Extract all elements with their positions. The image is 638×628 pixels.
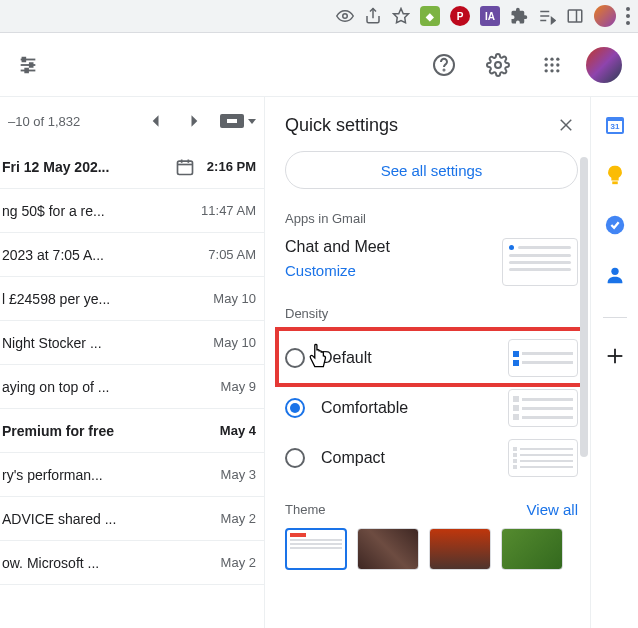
svg-point-23 [545, 69, 548, 72]
side-app-rail: 31 [590, 97, 638, 628]
theme-thumb-3[interactable] [429, 528, 491, 570]
gmail-header [0, 33, 638, 97]
display-settings-icon[interactable] [16, 53, 40, 77]
eye-icon[interactable] [336, 7, 354, 25]
svg-rect-11 [23, 57, 26, 61]
add-app-icon[interactable] [603, 344, 627, 368]
email-date: May 2 [221, 511, 256, 526]
input-method-button[interactable] [220, 114, 256, 128]
prev-page-button[interactable] [140, 106, 170, 136]
list-header: –10 of 1,832 [0, 97, 264, 145]
svg-point-15 [444, 69, 445, 70]
extension-shield-icon[interactable]: ◆ [420, 6, 440, 26]
chat-meet-title: Chat and Meet [285, 238, 492, 256]
profile-avatar-small[interactable] [594, 5, 616, 27]
svg-point-19 [556, 57, 559, 60]
density-preview-comfortable [508, 389, 578, 427]
density-preview-compact [508, 439, 578, 477]
email-date: May 10 [213, 291, 256, 306]
extensions-puzzle-icon[interactable] [510, 7, 528, 25]
email-row[interactable]: Night Stocker ...May 10 [0, 321, 264, 365]
pinterest-icon[interactable]: P [450, 6, 470, 26]
email-date: May 3 [221, 467, 256, 482]
density-option-default[interactable]: Default [285, 333, 578, 383]
date-picker-icon[interactable] [175, 157, 195, 177]
tasks-app-icon[interactable] [603, 213, 627, 237]
apps-grid-icon[interactable] [532, 45, 572, 85]
email-row[interactable]: aying on top of ...May 9 [0, 365, 264, 409]
svg-point-16 [495, 62, 501, 68]
close-icon[interactable] [554, 113, 578, 137]
email-subject: ry's performan... [2, 467, 221, 483]
svg-point-18 [550, 57, 553, 60]
svg-point-21 [550, 63, 553, 66]
theme-thumb-4[interactable] [501, 528, 563, 570]
pager-count: –10 of 1,832 [8, 114, 130, 129]
email-row[interactable]: 2023 at 7:05 A...7:05 AM [0, 233, 264, 277]
svg-rect-36 [612, 181, 618, 184]
help-icon[interactable] [424, 45, 464, 85]
theme-view-all-link[interactable]: View all [527, 501, 578, 518]
avatar[interactable] [586, 47, 622, 83]
density-label-comfortable: Comfortable [321, 399, 492, 417]
email-row[interactable]: Fri 12 May 202...2:16 PM [0, 145, 264, 189]
svg-point-24 [550, 69, 553, 72]
main-content: –10 of 1,832 Fri 12 May 202...2:16 PMng … [0, 97, 638, 628]
email-row[interactable]: l £24598 per ye...May 10 [0, 277, 264, 321]
email-date: 11:47 AM [201, 203, 256, 218]
email-date: May 10 [213, 335, 256, 350]
browser-menu-icon[interactable] [626, 7, 630, 25]
density-option-compact[interactable]: Compact [285, 433, 578, 483]
svg-point-22 [556, 63, 559, 66]
next-page-button[interactable] [180, 106, 210, 136]
email-row[interactable]: ADVICE shared ...May 2 [0, 497, 264, 541]
music-queue-icon[interactable] [538, 7, 556, 25]
keep-app-icon[interactable] [603, 163, 627, 187]
email-subject: l £24598 per ye... [2, 291, 213, 307]
density-section-label: Density [285, 306, 578, 321]
chat-meet-section: Chat and Meet Customize [285, 238, 578, 286]
email-subject: Fri 12 May 202... [2, 159, 175, 175]
density-option-comfortable[interactable]: Comfortable [285, 383, 578, 433]
star-icon[interactable] [392, 7, 410, 25]
density-preview-default [508, 339, 578, 377]
email-subject: Night Stocker ... [2, 335, 213, 351]
svg-point-38 [611, 268, 618, 275]
email-row[interactable]: ry's performan...May 3 [0, 453, 264, 497]
email-date: May 4 [220, 423, 256, 438]
email-subject: aying on top of ... [2, 379, 221, 395]
theme-thumbnails [285, 528, 578, 570]
email-subject: ng 50$ for a re... [2, 203, 201, 219]
svg-marker-1 [394, 9, 409, 23]
email-row[interactable]: Premium for freeMay 4 [0, 409, 264, 453]
svg-point-17 [545, 57, 548, 60]
theme-section-label: Theme [285, 502, 325, 517]
email-row[interactable]: ng 50$ for a re...11:47 AM [0, 189, 264, 233]
chat-meet-preview [502, 238, 578, 286]
theme-thumb-2[interactable] [357, 528, 419, 570]
see-all-settings-button[interactable]: See all settings [285, 151, 578, 189]
svg-marker-5 [552, 18, 556, 24]
theme-thumb-default[interactable] [285, 528, 347, 570]
radio-comfortable[interactable] [285, 398, 305, 418]
gear-icon[interactable] [478, 45, 518, 85]
email-subject: ow. Microsoft ... [2, 555, 221, 571]
email-row[interactable]: ow. Microsoft ...May 2 [0, 541, 264, 585]
contacts-app-icon[interactable] [603, 263, 627, 287]
panel-scrollbar[interactable] [580, 157, 588, 457]
share-icon[interactable] [364, 7, 382, 25]
radio-compact[interactable] [285, 448, 305, 468]
calendar-app-icon[interactable]: 31 [603, 113, 627, 137]
ia-extension-icon[interactable]: IA [480, 6, 500, 26]
svg-point-20 [545, 63, 548, 66]
panel-icon[interactable] [566, 7, 584, 25]
svg-rect-6 [568, 10, 582, 22]
apps-section-label: Apps in Gmail [285, 211, 578, 226]
radio-default[interactable] [285, 348, 305, 368]
email-subject: Premium for free [2, 423, 220, 439]
svg-rect-27 [177, 161, 192, 174]
email-list: –10 of 1,832 Fri 12 May 202...2:16 PMng … [0, 97, 264, 628]
customize-link[interactable]: Customize [285, 262, 492, 279]
email-date: 2:16 PM [207, 159, 256, 174]
email-date: May 9 [221, 379, 256, 394]
